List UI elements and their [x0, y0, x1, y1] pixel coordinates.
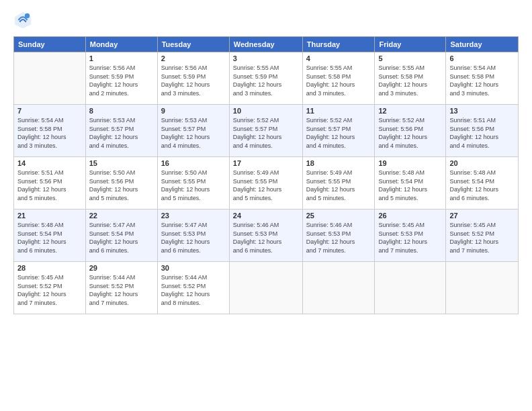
day-number: 15 [89, 159, 154, 167]
calendar-day-cell: 14Sunrise: 5:51 AM Sunset: 5:56 PM Dayli… [14, 157, 86, 210]
day-of-week-header: Tuesday [157, 37, 229, 52]
calendar-week-row: 7Sunrise: 5:54 AM Sunset: 5:58 PM Daylig… [14, 105, 519, 157]
day-number: 7 [17, 107, 82, 115]
day-info: Sunrise: 5:44 AM Sunset: 5:52 PM Dayligh… [89, 273, 154, 307]
day-number: 25 [306, 212, 371, 220]
calendar-day-cell: 29Sunrise: 5:44 AM Sunset: 5:52 PM Dayli… [85, 262, 157, 314]
day-info: Sunrise: 5:54 AM Sunset: 5:58 PM Dayligh… [17, 116, 82, 150]
day-of-week-header: Sunday [14, 37, 86, 52]
calendar-day-cell [302, 262, 375, 314]
day-info: Sunrise: 5:50 AM Sunset: 5:55 PM Dayligh… [161, 169, 226, 202]
day-info: Sunrise: 5:54 AM Sunset: 5:58 PM Dayligh… [449, 64, 515, 97]
calendar-day-cell: 8Sunrise: 5:53 AM Sunset: 5:57 PM Daylig… [85, 105, 157, 157]
day-number: 28 [17, 264, 82, 272]
day-number: 6 [449, 54, 515, 62]
day-info: Sunrise: 5:46 AM Sunset: 5:53 PM Dayligh… [306, 221, 371, 255]
day-info: Sunrise: 5:53 AM Sunset: 5:57 PM Dayligh… [161, 116, 226, 150]
day-info: Sunrise: 5:56 AM Sunset: 5:59 PM Dayligh… [89, 64, 154, 97]
day-number: 30 [161, 264, 226, 272]
day-number: 13 [449, 107, 515, 115]
day-number: 1 [89, 54, 154, 62]
day-number: 12 [378, 107, 442, 115]
calendar-day-cell: 10Sunrise: 5:52 AM Sunset: 5:57 PM Dayli… [229, 105, 302, 157]
day-number: 27 [449, 212, 515, 220]
day-number: 4 [306, 54, 371, 62]
day-info: Sunrise: 5:49 AM Sunset: 5:55 PM Dayligh… [233, 169, 299, 202]
day-info: Sunrise: 5:48 AM Sunset: 5:54 PM Dayligh… [17, 221, 82, 255]
day-number: 17 [233, 159, 299, 167]
logo [13, 11, 35, 30]
calendar-day-cell [229, 262, 302, 314]
calendar-day-cell: 19Sunrise: 5:48 AM Sunset: 5:54 PM Dayli… [375, 157, 446, 210]
calendar-day-cell: 2Sunrise: 5:56 AM Sunset: 5:59 PM Daylig… [157, 52, 229, 105]
day-of-week-header: Saturday [446, 37, 519, 52]
calendar-day-cell: 23Sunrise: 5:47 AM Sunset: 5:53 PM Dayli… [157, 210, 229, 262]
day-number: 23 [161, 212, 226, 220]
calendar-day-cell: 3Sunrise: 5:55 AM Sunset: 5:59 PM Daylig… [229, 52, 302, 105]
day-of-week-header: Monday [85, 37, 157, 52]
day-info: Sunrise: 5:52 AM Sunset: 5:57 PM Dayligh… [306, 116, 371, 150]
day-info: Sunrise: 5:45 AM Sunset: 5:53 PM Dayligh… [378, 221, 442, 255]
calendar-day-cell: 7Sunrise: 5:54 AM Sunset: 5:58 PM Daylig… [14, 105, 86, 157]
day-info: Sunrise: 5:44 AM Sunset: 5:52 PM Dayligh… [161, 273, 226, 307]
day-info: Sunrise: 5:52 AM Sunset: 5:56 PM Dayligh… [378, 116, 442, 150]
day-info: Sunrise: 5:47 AM Sunset: 5:54 PM Dayligh… [89, 221, 154, 255]
day-number: 2 [161, 54, 226, 62]
day-info: Sunrise: 5:49 AM Sunset: 5:55 PM Dayligh… [306, 169, 371, 202]
day-number: 22 [89, 212, 154, 220]
day-number: 5 [378, 54, 442, 62]
day-number: 14 [17, 159, 82, 167]
calendar-header-row: SundayMondayTuesdayWednesdayThursdayFrid… [14, 37, 519, 52]
day-info: Sunrise: 5:53 AM Sunset: 5:57 PM Dayligh… [89, 116, 154, 150]
day-info: Sunrise: 5:50 AM Sunset: 5:56 PM Dayligh… [89, 169, 154, 202]
calendar-day-cell: 17Sunrise: 5:49 AM Sunset: 5:55 PM Dayli… [229, 157, 302, 210]
calendar-day-cell [375, 262, 446, 314]
calendar-day-cell: 26Sunrise: 5:45 AM Sunset: 5:53 PM Dayli… [375, 210, 446, 262]
calendar-day-cell: 13Sunrise: 5:51 AM Sunset: 5:56 PM Dayli… [446, 105, 519, 157]
day-info: Sunrise: 5:52 AM Sunset: 5:57 PM Dayligh… [233, 116, 299, 150]
day-info: Sunrise: 5:47 AM Sunset: 5:53 PM Dayligh… [161, 221, 226, 255]
day-number: 9 [161, 107, 226, 115]
calendar-day-cell [14, 52, 86, 105]
calendar-day-cell: 18Sunrise: 5:49 AM Sunset: 5:55 PM Dayli… [302, 157, 375, 210]
calendar-day-cell: 4Sunrise: 5:55 AM Sunset: 5:58 PM Daylig… [302, 52, 375, 105]
day-number: 24 [233, 212, 299, 220]
calendar-day-cell: 11Sunrise: 5:52 AM Sunset: 5:57 PM Dayli… [302, 105, 375, 157]
day-of-week-header: Thursday [302, 37, 375, 52]
day-number: 10 [233, 107, 299, 115]
calendar-day-cell: 25Sunrise: 5:46 AM Sunset: 5:53 PM Dayli… [302, 210, 375, 262]
day-number: 26 [378, 212, 442, 220]
day-number: 3 [233, 54, 299, 62]
day-number: 8 [89, 107, 154, 115]
calendar-day-cell: 20Sunrise: 5:48 AM Sunset: 5:54 PM Dayli… [446, 157, 519, 210]
day-of-week-header: Wednesday [229, 37, 302, 52]
calendar-week-row: 21Sunrise: 5:48 AM Sunset: 5:54 PM Dayli… [14, 210, 519, 262]
day-info: Sunrise: 5:56 AM Sunset: 5:59 PM Dayligh… [161, 64, 226, 97]
calendar-day-cell: 9Sunrise: 5:53 AM Sunset: 5:57 PM Daylig… [157, 105, 229, 157]
day-info: Sunrise: 5:45 AM Sunset: 5:52 PM Dayligh… [17, 273, 82, 307]
day-info: Sunrise: 5:51 AM Sunset: 5:56 PM Dayligh… [17, 169, 82, 202]
calendar-table: SundayMondayTuesdayWednesdayThursdayFrid… [13, 36, 519, 314]
calendar-day-cell: 5Sunrise: 5:55 AM Sunset: 5:58 PM Daylig… [375, 52, 446, 105]
day-info: Sunrise: 5:48 AM Sunset: 5:54 PM Dayligh… [378, 169, 442, 202]
day-info: Sunrise: 5:51 AM Sunset: 5:56 PM Dayligh… [449, 116, 515, 150]
calendar-day-cell [446, 262, 519, 314]
calendar-day-cell: 27Sunrise: 5:45 AM Sunset: 5:52 PM Dayli… [446, 210, 519, 262]
calendar-day-cell: 24Sunrise: 5:46 AM Sunset: 5:53 PM Dayli… [229, 210, 302, 262]
calendar-week-row: 14Sunrise: 5:51 AM Sunset: 5:56 PM Dayli… [14, 157, 519, 210]
day-number: 18 [306, 159, 371, 167]
header [13, 11, 519, 30]
page: SundayMondayTuesdayWednesdayThursdayFrid… [0, 0, 532, 411]
day-number: 20 [449, 159, 515, 167]
calendar-day-cell: 15Sunrise: 5:50 AM Sunset: 5:56 PM Dayli… [85, 157, 157, 210]
day-number: 21 [17, 212, 82, 220]
day-number: 29 [89, 264, 154, 272]
calendar-day-cell: 21Sunrise: 5:48 AM Sunset: 5:54 PM Dayli… [14, 210, 86, 262]
day-info: Sunrise: 5:55 AM Sunset: 5:59 PM Dayligh… [233, 64, 299, 97]
day-info: Sunrise: 5:46 AM Sunset: 5:53 PM Dayligh… [233, 221, 299, 255]
day-number: 16 [161, 159, 226, 167]
day-number: 11 [306, 107, 371, 115]
day-info: Sunrise: 5:55 AM Sunset: 5:58 PM Dayligh… [378, 64, 442, 97]
day-number: 19 [378, 159, 442, 167]
calendar-day-cell: 6Sunrise: 5:54 AM Sunset: 5:58 PM Daylig… [446, 52, 519, 105]
